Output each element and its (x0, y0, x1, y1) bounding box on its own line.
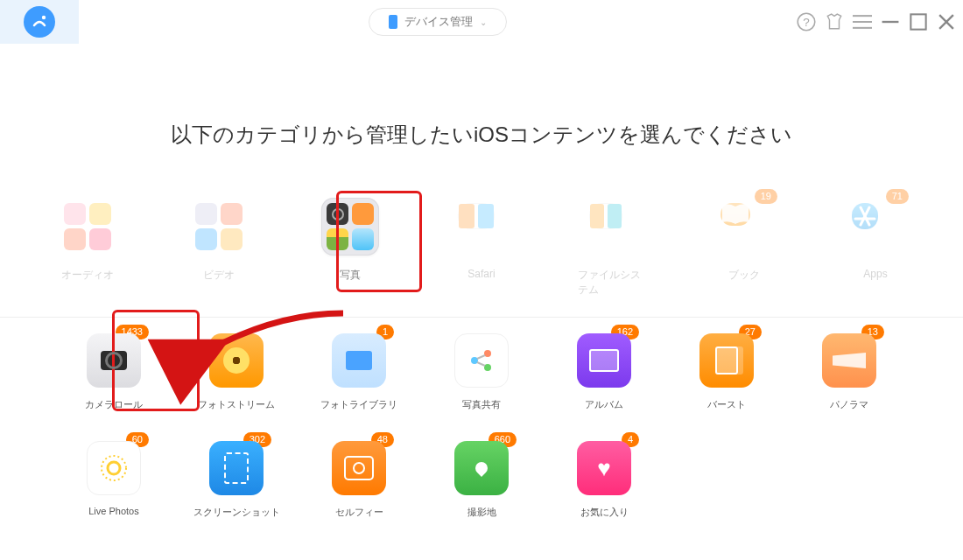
category-label: ファイルシステム (578, 268, 648, 298)
category-label: ブック (728, 268, 760, 283)
category-row: オーディオ ビデオ 写真 Safari ファイルシステム 19 ブック 71 A… (0, 198, 963, 298)
livephotos-icon (87, 441, 141, 495)
close-button[interactable] (937, 12, 956, 32)
subcat-photolibrary[interactable]: 1 フォトライブラリ (322, 333, 396, 411)
category-video[interactable]: ビデオ (184, 198, 254, 298)
subcat-photostream[interactable]: フォトストリーム (200, 333, 273, 411)
subcat-photoshare[interactable]: 写真共有 (445, 333, 518, 411)
subcat-livephotos[interactable]: 60 Live Photos (77, 441, 151, 519)
subcat-label: セルフィー (335, 506, 383, 519)
camera-icon (87, 333, 141, 388)
page-heading: 以下のカテゴリから管理したいiOSコンテンツを選んでください (0, 121, 963, 149)
count-badge: 19 (755, 189, 777, 204)
subcat-label: お気に入り (580, 506, 629, 519)
device-label: デバイス管理 (404, 14, 473, 30)
photo-subcategories: 1433 カメラロール フォトストリーム 1 フォトライブラリ 写真共有 162… (0, 318, 963, 519)
subcat-places[interactable]: 660 撮影地 (445, 441, 518, 519)
album-icon (577, 333, 631, 388)
svg-rect-7 (910, 14, 925, 29)
count-badge: 71 (886, 189, 909, 204)
subcat-panorama[interactable]: 13 パノラマ (812, 333, 886, 411)
category-filesystem[interactable]: ファイルシステム (578, 198, 648, 298)
subcat-selfie[interactable]: 48 セルフィー (322, 441, 396, 519)
photo-category-icon (321, 198, 379, 256)
subcat-label: フォトストリーム (198, 398, 275, 411)
heart-icon (577, 441, 631, 495)
subcat-label: 写真共有 (462, 398, 501, 411)
subcat-label: 撮影地 (467, 506, 496, 519)
library-icon (332, 333, 386, 388)
logo-icon (24, 6, 55, 38)
device-selector[interactable]: デバイス管理 ⌄ (369, 8, 507, 36)
menu-icon[interactable] (853, 12, 872, 32)
category-apps[interactable]: 71 Apps (840, 198, 910, 298)
burst-icon (699, 333, 754, 388)
svg-point-19 (102, 456, 126, 480)
svg-text:?: ? (803, 16, 809, 29)
subcat-screenshot[interactable]: 302 スクリーンショット (200, 441, 273, 519)
subcat-label: カメラロール (85, 398, 143, 411)
svg-point-0 (42, 16, 46, 19)
share-icon (454, 333, 509, 388)
sunflower-icon (209, 333, 264, 388)
skin-icon[interactable] (825, 12, 844, 32)
category-label: 写真 (340, 268, 361, 283)
panorama-icon (822, 333, 876, 388)
location-icon (454, 441, 509, 495)
svg-point-18 (108, 462, 120, 474)
subcategory-row: 60 Live Photos 302 スクリーンショット 48 セルフィー 66… (77, 441, 886, 519)
category-audio[interactable]: オーディオ (53, 198, 123, 298)
subcat-label: パノラマ (830, 398, 868, 411)
subcat-burst[interactable]: 27 バースト (690, 333, 763, 411)
subcategory-row: 1433 カメラロール フォトストリーム 1 フォトライブラリ 写真共有 162… (77, 333, 886, 411)
category-label: オーディオ (61, 268, 114, 283)
selfie-icon (332, 441, 386, 495)
subcat-label: Live Photos (88, 506, 138, 516)
screenshot-icon (209, 441, 264, 495)
category-label: ビデオ (203, 268, 235, 283)
maximize-button[interactable] (909, 12, 928, 32)
subcat-favorites[interactable]: 4 お気に入り (567, 441, 641, 519)
category-label: Apps (863, 268, 887, 280)
title-bar: デバイス管理 ⌄ ? (0, 0, 963, 44)
category-photo[interactable]: 写真 (315, 198, 385, 298)
category-label: Safari (467, 268, 495, 280)
svg-line-17 (477, 362, 485, 366)
chevron-down-icon: ⌄ (480, 18, 487, 27)
subcat-cameraroll[interactable]: 1433 カメラロール (77, 333, 151, 411)
subcat-label: アルバム (585, 398, 623, 411)
category-books[interactable]: 19 ブック (709, 198, 779, 298)
phone-icon (389, 15, 397, 29)
category-safari[interactable]: Safari (446, 198, 517, 298)
subcat-label: スクリーンショット (193, 506, 280, 519)
minimize-button[interactable] (881, 12, 900, 32)
svg-line-16 (477, 355, 485, 359)
app-logo (0, 0, 79, 44)
subcat-label: バースト (707, 398, 746, 411)
subcat-label: フォトライブラリ (320, 398, 397, 411)
window-controls: ? (797, 12, 956, 32)
help-icon[interactable]: ? (797, 12, 816, 32)
subcat-album[interactable]: 162 アルバム (567, 333, 641, 411)
